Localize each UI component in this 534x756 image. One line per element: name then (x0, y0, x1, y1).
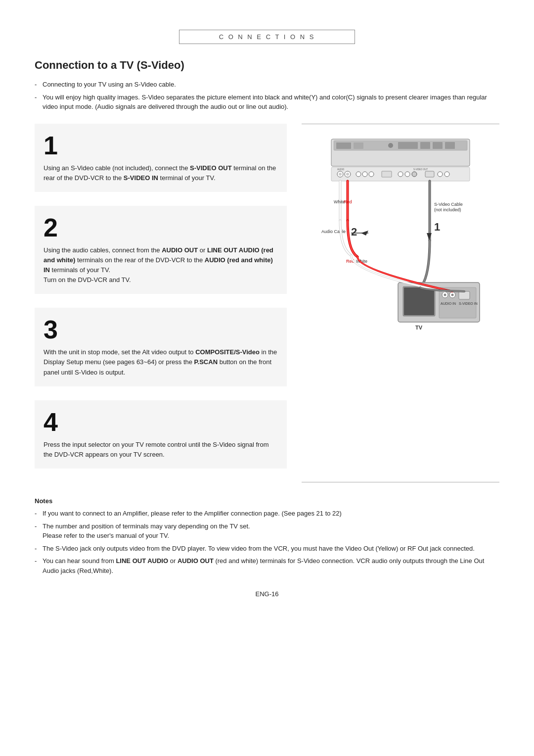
svg-rect-5 (398, 142, 418, 149)
notes-section: Notes If you want to connect to an Ampli… (35, 497, 499, 575)
svg-rect-7 (433, 142, 443, 149)
svg-point-4 (388, 143, 393, 148)
step-1-text: Using an S-Video cable (not included), c… (44, 163, 278, 183)
svg-point-14 (339, 173, 342, 176)
connections-label: C O N N E C T I O N S (219, 33, 315, 41)
right-column: LINE OUT COMPONENT VIDEO OUT HDMI OUT (302, 124, 499, 483)
svg-rect-41 (404, 287, 434, 315)
step-2-block: 2 Using the audio cables, connect from t… (35, 206, 287, 294)
svideo-cable-label: S-Video Cable (434, 202, 463, 207)
svg-rect-8 (445, 142, 455, 149)
step-2-diagram-label: 2 (351, 226, 357, 238)
diagram-area: LINE OUT COMPONENT VIDEO OUT HDMI OUT (302, 134, 499, 372)
svg-point-44 (444, 293, 446, 296)
intro-bullet-1: Connecting to your TV using an S-Video c… (35, 80, 499, 90)
svg-rect-6 (420, 142, 430, 149)
svg-text:(not included): (not included) (434, 207, 461, 212)
step-4-block: 4 Press the input selector on your TV re… (35, 400, 287, 469)
note-item-2: The number and position of terminals may… (35, 521, 499, 541)
step-1-block: 1 Using an S-Video cable (not included),… (35, 124, 287, 192)
svg-point-26 (445, 172, 449, 177)
note-item-3: The S-Video jack only outputs video from… (35, 544, 499, 554)
connections-header-box: C O N N E C T I O N S (179, 30, 356, 44)
step-1-diagram-label: 1 (434, 221, 440, 233)
main-content: 1 Using an S-Video cable (not included),… (35, 124, 499, 483)
connection-diagram: LINE OUT COMPONENT VIDEO OUT HDMI OUT (307, 134, 494, 372)
step-3-text: With the unit in stop mode, set the Alt … (44, 347, 278, 377)
svg-text:S-VIDEO OUT: S-VIDEO OUT (413, 168, 428, 171)
step-1-number: 1 (44, 133, 278, 158)
svg-text:AUDIO: AUDIO (337, 168, 345, 171)
svg-point-21 (398, 172, 403, 177)
page-number: ENG-16 (256, 590, 279, 598)
svg-point-19 (369, 172, 374, 177)
svg-point-16 (346, 173, 349, 176)
svg-point-22 (405, 172, 410, 177)
svg-rect-2 (336, 142, 351, 149)
step-2-number: 2 (44, 215, 278, 240)
svg-rect-20 (382, 171, 392, 177)
svg-point-23 (412, 172, 417, 177)
intro-bullets: Connecting to your TV using an S-Video c… (35, 80, 499, 112)
section-title: Connection to a TV (S-Video) (35, 59, 499, 72)
svg-point-25 (438, 172, 443, 177)
red-label: Red (344, 199, 352, 204)
step-2-text: Using the audio cables, connect from the… (44, 245, 278, 285)
page-header: C O N N E C T I O N S (35, 30, 499, 44)
notes-title: Notes (35, 497, 499, 505)
intro-bullet-2: You will enjoy high quality images. S-Vi… (35, 93, 499, 112)
step-4-text: Press the input selector on your TV remo… (44, 440, 278, 460)
svg-rect-47 (459, 291, 470, 299)
notes-list: If you want to connect to an Amplifier, … (35, 509, 499, 575)
svg-rect-3 (354, 142, 363, 149)
audio-in-tv-label: AUDIO IN (441, 302, 456, 305)
svg-rect-24 (425, 171, 434, 177)
step-3-number: 3 (44, 317, 278, 342)
page-footer: ENG-16 (35, 590, 499, 598)
svg-point-17 (356, 172, 361, 177)
step-3-block: 3 With the unit in stop mode, set the Al… (35, 308, 287, 386)
left-column: 1 Using an S-Video cable (not included),… (35, 124, 287, 483)
note-item-1: If you want to connect to an Amplifier, … (35, 509, 499, 519)
svg-point-46 (451, 293, 454, 296)
svg-point-18 (362, 172, 367, 177)
tv-label: TV (415, 325, 423, 331)
note-item-4: You can hear sound from LINE OUT AUDIO o… (35, 556, 499, 575)
step-4-number: 4 (44, 409, 278, 435)
svideo-in-tv-label: S-VIDEO IN (459, 302, 478, 305)
